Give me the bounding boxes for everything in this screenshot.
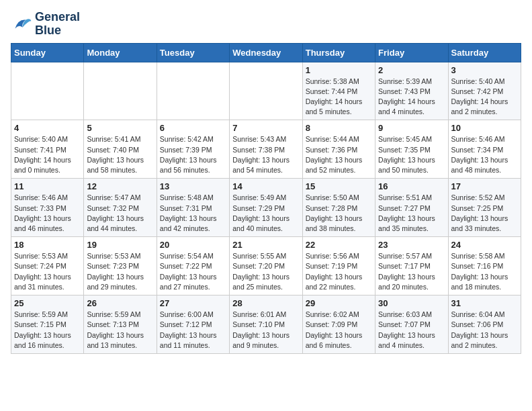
day-number: 25 [14,298,81,308]
day-info: Sunrise: 5:39 AM Sunset: 7:43 PM Dayligh… [378,77,445,118]
header-saturday: Saturday [448,43,521,62]
day-info: Sunrise: 5:54 AM Sunset: 7:22 PM Dayligh… [160,251,226,292]
calendar-cell: 14Sunrise: 5:49 AM Sunset: 7:29 PM Dayli… [230,179,302,237]
day-number: 9 [378,123,445,133]
day-number: 7 [232,123,299,133]
day-number: 23 [378,240,445,250]
calendar-cell: 6Sunrise: 5:42 AM Sunset: 7:39 PM Daylig… [157,120,229,179]
calendar-cell: 17Sunrise: 5:52 AM Sunset: 7:25 PM Dayli… [448,179,521,237]
calendar-week-row: 11Sunrise: 5:46 AM Sunset: 7:33 PM Dayli… [11,179,521,237]
calendar-cell: 22Sunrise: 5:56 AM Sunset: 7:19 PM Dayli… [302,237,375,295]
day-info: Sunrise: 5:53 AM Sunset: 7:24 PM Dayligh… [14,251,81,292]
day-info: Sunrise: 5:41 AM Sunset: 7:40 PM Dayligh… [87,134,153,175]
page-header: GeneralBlue [11,11,521,38]
logo-line2: Blue [35,24,80,38]
header-thursday: Thursday [302,43,375,62]
calendar-cell [84,62,157,120]
calendar-cell: 13Sunrise: 5:48 AM Sunset: 7:31 PM Dayli… [157,179,229,237]
day-info: Sunrise: 5:40 AM Sunset: 7:42 PM Dayligh… [451,77,518,118]
logo-text: GeneralBlue [35,11,80,38]
calendar-cell: 1Sunrise: 5:38 AM Sunset: 7:44 PM Daylig… [302,62,375,120]
calendar-cell: 7Sunrise: 5:43 AM Sunset: 7:38 PM Daylig… [230,120,302,179]
day-number: 12 [87,181,153,191]
calendar-cell: 10Sunrise: 5:46 AM Sunset: 7:34 PM Dayli… [448,120,521,179]
calendar-cell: 31Sunrise: 6:04 AM Sunset: 7:06 PM Dayli… [448,295,521,354]
calendar-cell: 11Sunrise: 5:46 AM Sunset: 7:33 PM Dayli… [11,179,84,237]
day-number: 2 [378,65,445,75]
day-number: 19 [87,240,153,250]
calendar-cell: 23Sunrise: 5:57 AM Sunset: 7:17 PM Dayli… [375,237,448,295]
calendar-header-row: SundayMondayTuesdayWednesdayThursdayFrid… [11,43,521,62]
day-info: Sunrise: 5:52 AM Sunset: 7:25 PM Dayligh… [451,193,518,234]
day-info: Sunrise: 6:04 AM Sunset: 7:06 PM Dayligh… [451,310,518,351]
calendar-cell: 12Sunrise: 5:47 AM Sunset: 7:32 PM Dayli… [84,179,157,237]
calendar-cell: 29Sunrise: 6:02 AM Sunset: 7:09 PM Dayli… [302,295,375,354]
logo: GeneralBlue [11,11,80,38]
day-info: Sunrise: 5:58 AM Sunset: 7:16 PM Dayligh… [451,251,518,292]
calendar-week-row: 25Sunrise: 5:59 AM Sunset: 7:15 PM Dayli… [11,295,521,354]
day-number: 6 [160,123,226,133]
day-number: 29 [306,298,372,308]
day-info: Sunrise: 5:51 AM Sunset: 7:27 PM Dayligh… [378,193,445,234]
day-info: Sunrise: 5:46 AM Sunset: 7:34 PM Dayligh… [451,134,518,175]
calendar-cell: 15Sunrise: 5:50 AM Sunset: 7:28 PM Dayli… [302,179,375,237]
calendar-cell: 19Sunrise: 5:53 AM Sunset: 7:23 PM Dayli… [84,237,157,295]
header-sunday: Sunday [11,43,84,62]
day-number: 1 [306,65,372,75]
day-number: 3 [451,65,518,75]
day-info: Sunrise: 6:01 AM Sunset: 7:10 PM Dayligh… [232,310,299,351]
day-info: Sunrise: 5:50 AM Sunset: 7:28 PM Dayligh… [306,193,372,234]
calendar-cell [11,62,84,120]
calendar-cell: 28Sunrise: 6:01 AM Sunset: 7:10 PM Dayli… [230,295,302,354]
day-number: 11 [14,181,81,191]
day-info: Sunrise: 5:46 AM Sunset: 7:33 PM Dayligh… [14,193,81,234]
day-number: 24 [451,240,518,250]
logo-line1: General [35,11,80,24]
calendar-cell: 30Sunrise: 6:03 AM Sunset: 7:07 PM Dayli… [375,295,448,354]
calendar-cell: 24Sunrise: 5:58 AM Sunset: 7:16 PM Dayli… [448,237,521,295]
day-info: Sunrise: 5:48 AM Sunset: 7:31 PM Dayligh… [160,193,226,234]
calendar-cell: 27Sunrise: 6:00 AM Sunset: 7:12 PM Dayli… [157,295,229,354]
day-info: Sunrise: 5:43 AM Sunset: 7:38 PM Dayligh… [232,134,299,175]
calendar-week-row: 18Sunrise: 5:53 AM Sunset: 7:24 PM Dayli… [11,237,521,295]
day-info: Sunrise: 5:55 AM Sunset: 7:20 PM Dayligh… [232,251,299,292]
header-tuesday: Tuesday [157,43,229,62]
day-number: 27 [160,298,226,308]
calendar-cell: 8Sunrise: 5:44 AM Sunset: 7:36 PM Daylig… [302,120,375,179]
day-info: Sunrise: 5:45 AM Sunset: 7:35 PM Dayligh… [378,134,445,175]
calendar-table: SundayMondayTuesdayWednesdayThursdayFrid… [11,43,521,354]
day-number: 15 [306,181,372,191]
day-number: 18 [14,240,81,250]
day-number: 5 [87,123,153,133]
day-info: Sunrise: 5:47 AM Sunset: 7:32 PM Dayligh… [87,193,153,234]
day-number: 20 [160,240,226,250]
day-number: 22 [306,240,372,250]
day-number: 16 [378,181,445,191]
day-info: Sunrise: 5:56 AM Sunset: 7:19 PM Dayligh… [306,251,372,292]
day-info: Sunrise: 5:44 AM Sunset: 7:36 PM Dayligh… [306,134,372,175]
day-info: Sunrise: 5:38 AM Sunset: 7:44 PM Dayligh… [306,77,372,118]
logo-icon [11,13,32,35]
header-friday: Friday [375,43,448,62]
day-number: 4 [14,123,81,133]
calendar-cell: 5Sunrise: 5:41 AM Sunset: 7:40 PM Daylig… [84,120,157,179]
day-info: Sunrise: 5:49 AM Sunset: 7:29 PM Dayligh… [232,193,299,234]
day-info: Sunrise: 5:59 AM Sunset: 7:13 PM Dayligh… [87,310,153,351]
day-info: Sunrise: 5:59 AM Sunset: 7:15 PM Dayligh… [14,310,81,351]
calendar-cell: 16Sunrise: 5:51 AM Sunset: 7:27 PM Dayli… [375,179,448,237]
calendar-cell: 25Sunrise: 5:59 AM Sunset: 7:15 PM Dayli… [11,295,84,354]
calendar-cell: 20Sunrise: 5:54 AM Sunset: 7:22 PM Dayli… [157,237,229,295]
day-number: 13 [160,181,226,191]
calendar-cell: 4Sunrise: 5:40 AM Sunset: 7:41 PM Daylig… [11,120,84,179]
day-number: 30 [378,298,445,308]
day-number: 17 [451,181,518,191]
day-info: Sunrise: 6:02 AM Sunset: 7:09 PM Dayligh… [306,310,372,351]
day-info: Sunrise: 6:00 AM Sunset: 7:12 PM Dayligh… [160,310,226,351]
header-monday: Monday [84,43,157,62]
calendar-week-row: 1Sunrise: 5:38 AM Sunset: 7:44 PM Daylig… [11,62,521,120]
calendar-cell [230,62,302,120]
header-wednesday: Wednesday [230,43,302,62]
calendar-cell: 9Sunrise: 5:45 AM Sunset: 7:35 PM Daylig… [375,120,448,179]
day-info: Sunrise: 5:42 AM Sunset: 7:39 PM Dayligh… [160,134,226,175]
day-number: 8 [306,123,372,133]
